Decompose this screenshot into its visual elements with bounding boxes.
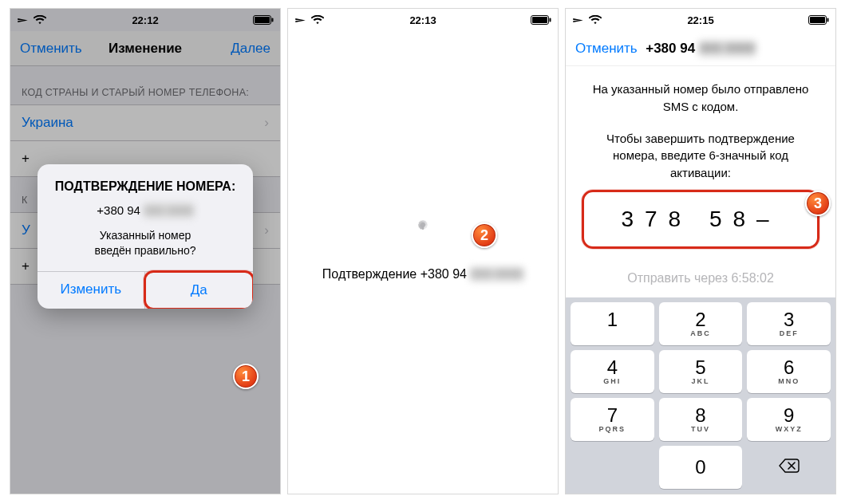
- alert-edit-button[interactable]: Изменить: [38, 272, 144, 309]
- airplane-icon: [572, 14, 584, 26]
- key-2[interactable]: 2ABC: [659, 302, 743, 345]
- key-blank: [571, 446, 654, 489]
- key-backspace[interactable]: [747, 446, 831, 489]
- step-badge-1: 1: [233, 364, 259, 389]
- alert-yes-button[interactable]: Да: [144, 270, 254, 309]
- status-bar: 22:13: [288, 9, 558, 31]
- loading-text: Подтверждение +380 94 000 0000: [288, 267, 558, 282]
- alert-title: ПОДТВЕРЖДЕНИЕ НОМЕРА:: [49, 179, 242, 195]
- key-8[interactable]: 8TUV: [659, 398, 743, 441]
- status-bar: 22:15: [566, 9, 835, 31]
- code-input[interactable]: 378 58–: [582, 190, 819, 249]
- step-badge-3: 3: [805, 191, 831, 216]
- battery-icon: [808, 15, 829, 25]
- screen-loading: 22:13 Подтверждение +380 94 000 0000 2: [287, 8, 559, 494]
- svg-rect-7: [810, 17, 825, 23]
- airplane-icon: [294, 14, 306, 26]
- nav-bar: Отменить +380 94 000 0000: [566, 31, 835, 66]
- confirm-alert: ПОДТВЕРЖДЕНИЕ НОМЕРА: +380 94 000 0000 У…: [38, 164, 253, 309]
- status-time: 22:15: [687, 14, 713, 26]
- spinner-icon: [410, 222, 436, 248]
- svg-rect-8: [827, 18, 829, 22]
- alert-question-2: введён правильно?: [49, 243, 242, 258]
- key-5[interactable]: 5JKL: [659, 350, 743, 393]
- key-4[interactable]: 4GHI: [571, 350, 654, 393]
- backspace-icon: [779, 457, 800, 478]
- info-msg-1: На указанный номер было отправлено SMS с…: [566, 81, 835, 116]
- info-msg-2: Чтобы завершить подтверждение номера, вв…: [566, 130, 835, 182]
- svg-rect-5: [550, 18, 551, 22]
- key-6[interactable]: 6MNO: [747, 350, 831, 393]
- key-1[interactable]: 1: [571, 302, 654, 345]
- screen-code-entry: 22:15 Отменить +380 94 000 0000 На указа…: [565, 8, 836, 494]
- cancel-button[interactable]: Отменить: [575, 41, 638, 57]
- resend-timer: Отправить через 6:58:02: [566, 271, 835, 285]
- status-time: 22:13: [409, 14, 436, 26]
- svg-rect-4: [532, 17, 547, 23]
- wifi-icon: [589, 15, 602, 25]
- loading-area: Подтверждение +380 94 000 0000: [288, 222, 558, 282]
- key-9[interactable]: 9WXYZ: [747, 398, 831, 441]
- key-0[interactable]: 0: [659, 446, 743, 489]
- battery-icon: [531, 15, 551, 25]
- step-badge-2: 2: [472, 222, 497, 248]
- wifi-icon: [311, 15, 324, 25]
- numeric-keypad: 1 2ABC 3DEF 4GHI 5JKL 6MNO 7PQRS 8TUV 9W…: [566, 297, 835, 494]
- key-3[interactable]: 3DEF: [747, 302, 831, 345]
- alert-question-1: Указанный номер: [49, 228, 242, 243]
- screen-confirm-dialog: 22:12 Отменить Изменение Далее КОД СТРАН…: [10, 8, 281, 494]
- key-7[interactable]: 7PQRS: [571, 398, 654, 441]
- alert-phone: +380 94 000 0000: [49, 203, 242, 219]
